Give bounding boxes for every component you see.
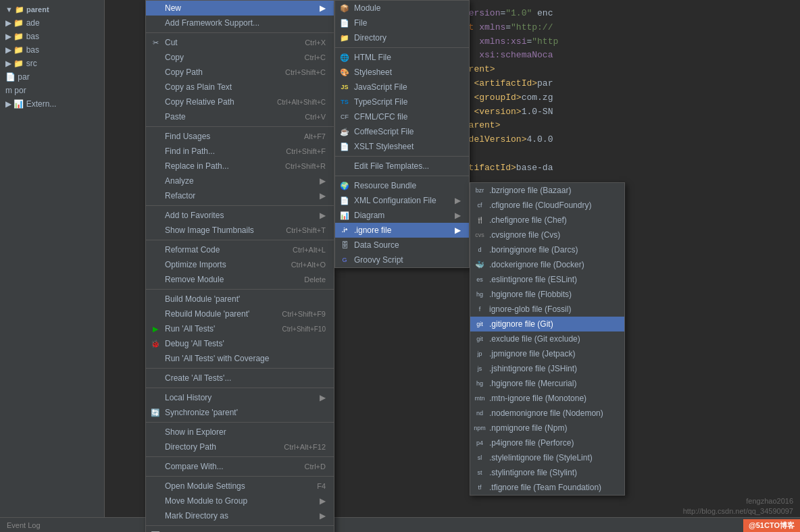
submenu-new-cfml[interactable]: CF CFML/CFC file [335,109,469,124]
submenu-new-edit-templates[interactable]: Edit File Templates... [335,159,469,174]
menu-item-run-coverage[interactable]: Run 'All Tests' with Coverage [146,351,334,366]
menu-item-show-explorer[interactable]: Show in Explorer [146,425,334,440]
separator-7 [146,388,334,388]
ignore-stylint[interactable]: st .stylintignore file (Stylint) [470,465,624,480]
sidebar: ▼ 📁 parent ▶ 📁 ade ▶ 📁 bas ▶ 📁 bas ▶ 📁 s… [0,0,105,532]
ignore-mercurial[interactable]: hg .hgignore file (Mercurial) [470,376,624,391]
jpm-icon: jp [474,348,485,359]
analyze-arrow: ▶ [320,176,326,186]
refactor-arrow: ▶ [320,191,326,201]
menu-item-run-tests[interactable]: ▶ Run 'All Tests' Ctrl+Shift+F10 [146,321,334,336]
xslt-icon: 📄 [339,141,350,152]
separator-6 [146,368,334,369]
menu-item-mark-dir[interactable]: Mark Directory as ▶ [146,508,334,523]
submenu-new-module[interactable]: 📦 Module [335,1,469,16]
menu-item-copy-plain[interactable]: Copy as Plain Text [146,80,334,95]
new-icon [150,3,161,14]
menu-item-analyze[interactable]: Analyze ▶ [146,174,334,188]
ignore-nodemon[interactable]: nd .nodemonignore file (Nodemon) [470,406,624,421]
ignore-jpm[interactable]: jp .jpmignore file (Jetpack) [470,346,624,361]
submenu-new-datasource[interactable]: 🗄 Data Source [335,238,469,252]
submenu-new-coffee[interactable]: ☕ CoffeeScript File [335,124,469,139]
file-icon: 📄 [339,18,350,28]
menu-item-reformat[interactable]: Reformat Code Ctrl+Alt+L [146,242,334,257]
menu-item-move-module[interactable]: Move Module to Group ▶ [146,494,334,508]
sidebar-item-ade[interactable]: ▶ 📁 ade [0,16,104,30]
ignore-git-exclude[interactable]: git .exclude file (Git exclude) [470,331,624,346]
ignore-npm[interactable]: npm .npmignore file (Npm) [470,421,624,435]
ignore-eslint[interactable]: es .eslintignore file (ESLint) [470,272,624,287]
menu-item-compare[interactable]: Compare With... Ctrl+D [146,459,334,474]
ignore-chef[interactable]: 🍴 .chefignore file (Chef) [470,213,624,228]
menu-item-new[interactable]: New ▶ [146,1,334,16]
menu-item-find-usages[interactable]: Find Usages Alt+F7 [146,129,334,144]
sidebar-item-src[interactable]: ▶ 📁 src [0,57,104,70]
menu-item-add-framework[interactable]: Add Framework Support... [146,16,334,30]
ignore-jshint[interactable]: js .jshintignore file (JSHint) [470,361,624,376]
ignore-tf[interactable]: tf .tfignore file (Team Foundation) [470,480,624,495]
sidebar-item-por[interactable]: m por [0,84,104,97]
ignore-docker[interactable]: 🐳 .dockerignore file (Docker) [470,257,624,272]
menu-item-diagrams[interactable]: 📊 Diagrams ▶ [146,528,334,532]
submenu-new-xslt[interactable]: 📄 XSLT Stylesheet [335,139,469,154]
sidebar-item-bas2[interactable]: ▶ 📁 bas [0,43,104,57]
diagram-icon: 📊 [339,210,350,221]
submenu-new-xml-config[interactable]: 📄 XML Configuration File ▶ [335,193,469,208]
submenu-new-js[interactable]: JS JavaScript File [335,80,469,95]
submenu-new-stylesheet[interactable]: 🎨 Stylesheet [335,65,469,80]
ignore-stylelint[interactable]: sl .stylelintignore file (StyleLint) [470,450,624,465]
menu-item-optimize[interactable]: Optimize Imports Ctrl+Alt+O [146,257,334,272]
menu-item-open-module[interactable]: Open Module Settings F4 [146,479,334,494]
submenu-new-html[interactable]: 🌐 HTML File [335,50,469,65]
menu-item-image-thumbnails[interactable]: Show Image Thumbnails Ctrl+Shift+T [146,223,334,238]
ignore-monotone[interactable]: mtn .mtn-ignore file (Monotone) [470,391,624,406]
ignore-cf[interactable]: cf .cfignore file (CloudFoundry) [470,198,624,213]
menu-item-replace-path[interactable]: Replace in Path... Ctrl+Shift+R [146,159,334,174]
menu-item-copy-path[interactable]: Copy Path Ctrl+Shift+C [146,65,334,80]
run-icon: ▶ [150,323,161,334]
directory-icon: 📁 [339,32,350,43]
ignore-git[interactable]: git .gitignore file (Git) [470,317,624,331]
submenu-new-resource[interactable]: 🌍 Resource Bundle [335,178,469,193]
submenu-new-groovy[interactable]: G Groovy Script [335,252,469,267]
submenu-new-ts[interactable]: TS TypeScript File [335,95,469,109]
context-menu: New ▶ Add Framework Support... ✂ Cut Ctr… [145,0,334,532]
jshint-icon: js [474,363,485,374]
menu-item-synchronize[interactable]: 🔄 Synchronize 'parent' [146,405,334,420]
menu-item-copy-rel[interactable]: Copy Relative Path Ctrl+Alt+Shift+C [146,95,334,109]
sidebar-item-par[interactable]: 📄 par [0,70,104,84]
menu-item-create-tests[interactable]: Create 'All Tests'... [146,371,334,385]
menu-item-local-history[interactable]: Local History ▶ [146,390,334,405]
sidebar-item-bas1[interactable]: ▶ 📁 bas [0,30,104,43]
bottom-bar: Event Log [0,517,800,532]
ignore-flobbits[interactable]: hg .hgignore file (Flobbits) [470,287,624,302]
watermark-line1: http://blog.csdn.net/qq_34590097 [683,507,793,515]
menu-item-refactor[interactable]: Refactor ▶ [146,188,334,203]
submenu-new-file[interactable]: 📄 File [335,16,469,30]
ignore-perforce[interactable]: p4 .p4ignore file (Perforce) [470,435,624,450]
submenu-new-ignore[interactable]: .i* .ignore file ▶ [335,223,469,238]
event-log-label[interactable]: Event Log [7,521,41,529]
menu-item-dir-path[interactable]: Directory Path Ctrl+Alt+F12 [146,440,334,454]
groovy-icon: G [339,255,350,265]
menu-item-build[interactable]: Build Module 'parent' [146,292,334,307]
ignore-fossil[interactable]: f ignore-glob file (Fossil) [470,302,624,317]
menu-item-find-path[interactable]: Find in Path... Ctrl+Shift+F [146,144,334,159]
submenu-new-directory[interactable]: 📁 Directory [335,30,469,45]
menu-item-cut[interactable]: ✂ Cut Ctrl+X [146,35,334,50]
menu-item-add-favorites[interactable]: Add to Favorites ▶ [146,208,334,223]
cf2-icon: cf [474,200,485,211]
ignore-cvs[interactable]: cvs .cvsignore file (Cvs) [470,228,624,242]
menu-item-rebuild[interactable]: Rebuild Module 'parent' Ctrl+Shift+F9 [146,307,334,321]
ignore-darcs[interactable]: d .boringignore file (Darcs) [470,242,624,257]
perforce-icon: p4 [474,437,485,448]
menu-item-remove-module[interactable]: Remove Module Delete [146,272,334,287]
stylelint-icon: sl [474,452,485,463]
menu-item-copy[interactable]: Copy Ctrl+C [146,50,334,65]
fossil-icon: f [474,304,485,315]
menu-item-paste[interactable]: Paste Ctrl+V [146,109,334,124]
ignore-bzr[interactable]: bzr .bzrignore file (Bazaar) [470,183,624,198]
menu-item-debug-tests[interactable]: 🐞 Debug 'All Tests' [146,336,334,351]
sidebar-item-extern[interactable]: ▶ 📊 Extern... [0,97,104,111]
submenu-new-diagram[interactable]: 📊 Diagram ▶ [335,208,469,223]
